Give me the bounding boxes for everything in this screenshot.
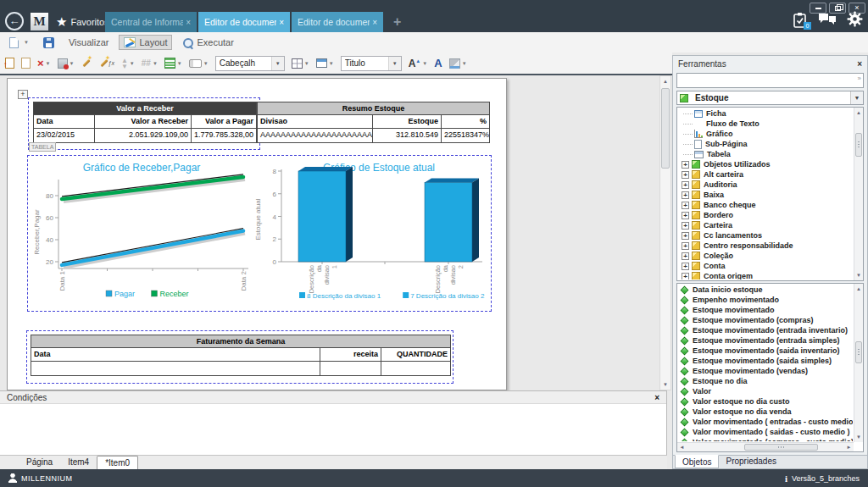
new-tab-button[interactable]: + [393, 14, 401, 30]
tools-search-input[interactable] [677, 74, 863, 87]
app-logo[interactable]: M [31, 13, 48, 30]
back-button[interactable]: ← [5, 12, 24, 30]
expand-plus-icon[interactable]: + [682, 181, 689, 189]
list-button[interactable]: ▼ [164, 58, 182, 69]
save-button[interactable] [39, 36, 58, 50]
insert-page-button[interactable] [5, 58, 14, 69]
expand-plus-icon[interactable]: + [682, 263, 689, 270]
scroll-left-icon[interactable]: ◄ [677, 443, 687, 452]
canvas-scrollbar[interactable]: ▲ ▼ [659, 75, 671, 390]
page-tab--item0[interactable]: *Item0 [97, 456, 138, 469]
expand-plus-icon[interactable]: + [682, 191, 689, 199]
tree-item-cole-o[interactable]: +Coleção [679, 251, 853, 261]
tree-scrollbar[interactable]: ▲ ▼ [854, 108, 863, 280]
page-tab-p-gina[interactable]: Página [19, 456, 60, 469]
document-page[interactable]: + Valor a ReceberDataValor a ReceberValo… [7, 78, 507, 390]
expand-plus-icon[interactable]: + [682, 212, 689, 219]
tab-close-icon[interactable]: × [186, 18, 191, 27]
page-tab-item4[interactable]: Item4 [60, 456, 97, 469]
scroll-up-icon[interactable]: ▲ [854, 108, 863, 118]
grid-button[interactable]: ▼ [292, 58, 309, 69]
field-item[interactable]: Estoque no dia [679, 376, 853, 386]
scrollbar-thumb[interactable] [661, 88, 670, 169]
field-item[interactable]: Estoque movimentado (saida simples) [679, 356, 853, 366]
tree-item-alt-carteira[interactable]: +Alt carteira [679, 169, 853, 180]
field-item[interactable]: Valor estoque no dia venda [679, 407, 853, 417]
tab-editor-de-documentos[interactable]: Editor de documentos× [292, 12, 383, 32]
receber-pagar-line-chart[interactable]: Gráfico de Receber,PagarReceber,Pagar204… [30, 158, 254, 306]
expand-plus-icon[interactable]: + [682, 161, 689, 169]
fields-scrollbar[interactable]: ▲ ▼ [854, 284, 863, 442]
tab-close-icon[interactable]: × [279, 18, 284, 27]
expand-plus-icon[interactable]: + [682, 222, 689, 230]
tree-item-tabela[interactable]: Tabela [679, 149, 853, 159]
sort-button[interactable]: ▲▼▼ [121, 58, 135, 69]
conditions-close-button[interactable]: × [654, 393, 659, 402]
layout-button[interactable]: Layout [119, 35, 172, 50]
scroll-up-icon[interactable]: ▲ [660, 76, 670, 86]
tree-item-ficha[interactable]: Ficha [679, 108, 853, 119]
field-item[interactable]: Estoque movimentado [679, 305, 853, 315]
valor-a-receber-table[interactable]: Valor a ReceberDataValor a ReceberValor … [33, 102, 257, 143]
field-item[interactable]: Estoque movimentado (entrada simples) [679, 335, 853, 346]
editor-canvas[interactable]: + Valor a ReceberDataValor a ReceberValo… [0, 75, 659, 390]
fields-hscrollbar[interactable]: ◄ ► [677, 442, 854, 451]
expand-plus-icon[interactable]: + [682, 252, 689, 260]
field-item[interactable]: Valor movimentado ( saidas - custo medio… [679, 427, 853, 437]
delete-button[interactable]: ×▼ [37, 58, 51, 69]
tab-editor-de-documentos[interactable]: Editor de documentos× [198, 12, 290, 32]
panel-tab-objetos[interactable]: Objetos [675, 455, 719, 468]
scroll-down-icon[interactable]: ▼ [854, 432, 863, 442]
estoque-atual-bar-chart[interactable]: Gráfico de Estoque atualEstoque atual024… [252, 158, 492, 306]
tree-item-baixa[interactable]: +Baixa [679, 190, 853, 200]
stamp-button[interactable]: ▼ [58, 58, 75, 69]
tree-item-bordero[interactable]: +Bordero [679, 210, 853, 220]
resumo-estoque-table[interactable]: Resumo EstoqueDivisaoEstoque%AAAAAAAAAAA… [257, 102, 490, 143]
dataset-selector[interactable]: Estoque ▼ [676, 91, 864, 105]
chevron-down-icon[interactable]: ▼ [850, 91, 863, 104]
field-item[interactable]: Estoque movimentado (vendas) [679, 366, 853, 376]
style-combo[interactable]: Titulo ▼ [341, 56, 402, 71]
tree-item-auditoria[interactable]: +Auditoria [679, 180, 853, 190]
expand-plus-icon[interactable]: + [682, 273, 689, 280]
page-expander[interactable]: + [18, 90, 28, 99]
field-item[interactable]: Estoque movimentado (compras) [679, 315, 853, 325]
conditions-body[interactable] [0, 404, 666, 455]
expand-plus-icon[interactable]: + [682, 232, 689, 240]
tree-item-centro-responsabilidade[interactable]: +Centro responsabilidade [679, 241, 853, 251]
field-item[interactable]: Data inicio estoque [679, 285, 853, 295]
messages-button[interactable] [818, 12, 837, 28]
tree-item-banco-cheque[interactable]: +Banco cheque [679, 200, 853, 210]
tree-item-conta[interactable]: +Conta [679, 261, 853, 271]
field-item[interactable]: Valor movimentado (compras - custo medio… [679, 437, 853, 441]
header-combo[interactable]: Cabeçalh ▼ [215, 56, 285, 71]
scroll-up-icon[interactable]: ▲ [854, 284, 863, 294]
tools-panel-close-button[interactable]: × [857, 59, 862, 69]
tree-item-cc-lancamentos[interactable]: +Cc lancamentos [679, 230, 853, 241]
field-item[interactable]: Valor movimentado ( entradas - custo med… [679, 417, 853, 427]
new-document-button[interactable]: ▼ [5, 36, 33, 50]
settings-button[interactable] [847, 11, 863, 29]
expand-plus-icon[interactable]: + [682, 242, 689, 250]
scrollbar-thumb[interactable] [855, 133, 862, 157]
executar-button[interactable]: Executar [178, 36, 237, 50]
expand-plus-icon[interactable]: + [682, 202, 689, 209]
tree-item-fluxo-de-texto[interactable]: Fluxo de Texto [679, 119, 853, 129]
tree-item-conta-origem[interactable]: +Conta origem [679, 271, 853, 279]
numbering-button[interactable]: ##▼ [142, 58, 158, 68]
tab-central-de-informa-es[interactable]: Central de Informações× [105, 12, 197, 32]
font-size-button[interactable]: A▲▼ [409, 58, 428, 69]
visualizar-button[interactable]: Visualizar [64, 36, 114, 49]
page-button[interactable] [21, 58, 31, 69]
font-color-button[interactable]: A [434, 57, 442, 69]
field-item[interactable]: Empenho movimentado [679, 295, 853, 305]
scroll-right-icon[interactable]: ► [844, 443, 854, 452]
wand-fx-button[interactable]: ƒx [99, 58, 114, 69]
wand-button[interactable] [81, 58, 92, 69]
tree-item-sub-p-gina[interactable]: Sub-Página [679, 139, 853, 149]
scroll-down-icon[interactable]: ▼ [660, 379, 670, 390]
fill-color-button[interactable]: ▼ [449, 58, 467, 69]
scroll-down-icon[interactable]: ▼ [854, 270, 863, 280]
field-item[interactable]: Valor [679, 386, 853, 396]
tree-item-gr-fico[interactable]: Gráfico [679, 129, 853, 139]
